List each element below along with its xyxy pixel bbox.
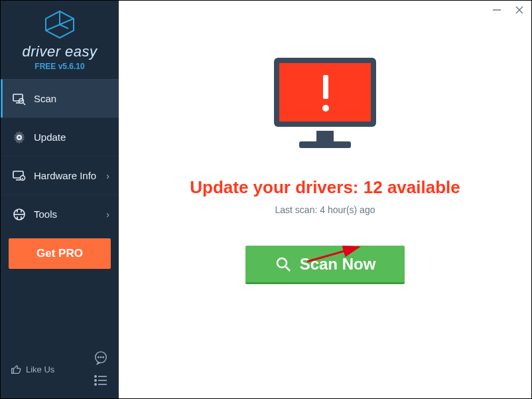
close-icon [515, 5, 524, 15]
sidebar-item-label: Hardware Info [34, 170, 96, 181]
menu-button[interactable] [92, 372, 109, 389]
sidebar-item-hardware-info[interactable]: Hardware Info › [1, 156, 119, 195]
sidebar-item-update[interactable]: Update [1, 118, 119, 156]
brand-version: FREE v5.6.10 [1, 62, 119, 71]
chevron-right-icon: › [106, 171, 109, 181]
sidebar-item-label: Tools [34, 208, 57, 220]
svg-point-13 [98, 357, 99, 357]
sidebar-item-tools[interactable]: Tools › [1, 195, 119, 233]
get-pro-button[interactable]: Get PRO [9, 238, 111, 269]
svg-rect-28 [299, 141, 351, 148]
close-button[interactable] [513, 3, 526, 17]
monitor-info-icon [11, 169, 27, 183]
sidebar-item-scan[interactable]: Scan [1, 79, 119, 118]
svg-rect-29 [323, 75, 328, 99]
sidebar-utility-icons [92, 349, 109, 389]
svg-rect-27 [316, 131, 334, 141]
sidebar-bottom: Like Us [1, 343, 119, 398]
sidebar-item-label: Scan [34, 93, 56, 104]
alert-monitor-illustration [262, 52, 388, 161]
svg-point-20 [95, 384, 96, 385]
svg-point-31 [277, 258, 287, 268]
like-us-label: Like Us [26, 364, 54, 374]
chat-icon [94, 351, 108, 365]
monitor-alert-icon [262, 52, 388, 159]
update-headline: Update your drivers: 12 available [190, 177, 460, 198]
gear-icon [11, 131, 27, 144]
logo-area: driver easy FREE v5.6.10 [1, 1, 119, 79]
like-us-button[interactable]: Like Us [10, 363, 54, 375]
sidebar-item-label: Update [34, 131, 66, 143]
svg-line-4 [23, 103, 25, 105]
logo-icon [1, 10, 119, 42]
scan-icon [11, 92, 27, 106]
main-pane: Update your drivers: 12 available Last s… [119, 1, 531, 398]
last-scan-text: Last scan: 4 hour(s) ago [275, 204, 375, 215]
get-pro-label: Get PRO [36, 247, 83, 260]
svg-point-14 [100, 357, 101, 357]
scan-now-button[interactable]: Scan Now [245, 246, 405, 284]
svg-point-18 [95, 380, 96, 381]
svg-line-32 [286, 267, 290, 271]
tools-icon [11, 208, 27, 221]
sidebar-nav: Scan Update [1, 79, 119, 233]
scan-now-label: Scan Now [300, 255, 376, 274]
sidebar-spacer [1, 269, 119, 343]
svg-rect-1 [13, 94, 23, 101]
svg-point-16 [95, 376, 96, 377]
svg-point-30 [322, 105, 329, 112]
search-icon [275, 256, 292, 273]
window-controls [490, 3, 526, 17]
list-icon [94, 374, 108, 386]
thumbs-up-icon [10, 363, 22, 375]
chevron-right-icon: › [106, 209, 109, 220]
brand-name: driver easy [1, 43, 119, 60]
minimize-button[interactable] [490, 3, 503, 17]
sidebar: driver easy FREE v5.6.10 Scan [1, 1, 119, 398]
svg-point-15 [103, 357, 103, 357]
feedback-button[interactable] [92, 349, 109, 366]
app-window: driver easy FREE v5.6.10 Scan [1, 1, 531, 398]
minimize-icon [492, 5, 501, 15]
